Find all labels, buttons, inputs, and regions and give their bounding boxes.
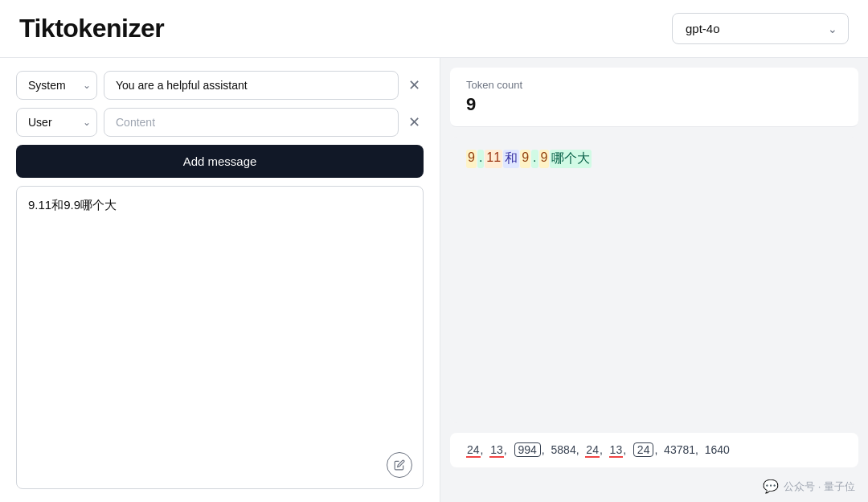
token-id-24-second: 24, — [585, 443, 605, 456]
token-9-first: 9 — [466, 150, 477, 168]
token-count-value: 9 — [466, 94, 842, 115]
token-id-1640: 1640 — [705, 443, 730, 456]
token-id-13-first-text: 13 — [489, 443, 504, 458]
token-id-24-first-text: 24 — [466, 443, 481, 458]
token-id-5884: 5884, — [551, 443, 583, 456]
user-close-button[interactable]: ✕ — [405, 110, 424, 134]
token-dot-first: . — [477, 150, 484, 168]
system-close-button[interactable]: ✕ — [405, 73, 424, 97]
token-id-994: 994, — [514, 443, 548, 456]
token-dot-second: . — [531, 150, 538, 168]
system-role-wrapper: System User Assistant ⌄ — [16, 71, 97, 100]
token-id-24-first: 24, — [466, 443, 486, 456]
left-panel: System User Assistant ⌄ ✕ System User As… — [0, 58, 440, 502]
token-which-bigger: 哪个大 — [550, 150, 592, 168]
token-9-second: 9 — [520, 150, 530, 168]
top-bar: Tiktokenizer gpt-4o gpt-4 gpt-3.5-turbo … — [0, 0, 868, 58]
app-title: Tiktokenizer — [19, 14, 164, 43]
user-content-input[interactable] — [104, 108, 399, 137]
token-id-994-text: 994 — [514, 442, 541, 457]
user-role-wrapper: System User Assistant ⌄ — [16, 108, 97, 137]
textarea-wrapper: 9.11和9.9哪个大 — [16, 186, 424, 489]
token-11: 11 — [485, 150, 502, 168]
token-id-24-third-text: 24 — [633, 442, 654, 457]
textarea-edit-icon[interactable] — [387, 452, 412, 478]
system-role-select[interactable]: System User Assistant — [16, 71, 97, 100]
token-count-box: Token count 9 — [450, 68, 858, 127]
watermark: 💬 公众号 · 量子位 — [440, 474, 868, 502]
token-id-13-first: 13, — [489, 443, 510, 456]
system-message-row: System User Assistant ⌄ ✕ — [16, 71, 424, 100]
main-content: System User Assistant ⌄ ✕ System User As… — [0, 58, 868, 502]
token-he: 和 — [503, 150, 519, 168]
model-select-wrapper: gpt-4o gpt-4 gpt-3.5-turbo ⌄ — [672, 13, 849, 44]
main-textarea[interactable]: 9.11和9.9哪个大 — [16, 186, 424, 489]
system-content-input[interactable] — [104, 71, 399, 100]
token-id-24-second-text: 24 — [585, 443, 600, 458]
right-panel: Token count 9 9 . 11 和 9 . 9 哪个大 24, 13,… — [440, 58, 868, 502]
token-id-24-third: 24, — [633, 443, 661, 456]
user-message-row: System User Assistant ⌄ ✕ — [16, 108, 424, 137]
token-text-line: 9 . 11 和 9 . 9 哪个大 — [466, 150, 842, 168]
token-count-label: Token count — [466, 79, 842, 91]
token-viz-box: 9 . 11 和 9 . 9 哪个大 — [450, 137, 858, 423]
user-role-select[interactable]: System User Assistant — [16, 108, 97, 137]
wechat-icon: 💬 — [763, 479, 779, 494]
token-id-13-second: 13, — [609, 443, 629, 456]
model-select[interactable]: gpt-4o gpt-4 gpt-3.5-turbo — [672, 13, 849, 44]
token-9-third: 9 — [539, 150, 550, 168]
token-ids-box: 24, 13, 994, 5884, 24, 13, 24, 43781, 16… — [450, 433, 858, 467]
add-message-button[interactable]: Add message — [16, 145, 424, 178]
token-id-13-second-text: 13 — [609, 443, 624, 458]
watermark-text: 公众号 · 量子位 — [784, 479, 855, 494]
token-id-43781: 43781, — [664, 443, 702, 456]
